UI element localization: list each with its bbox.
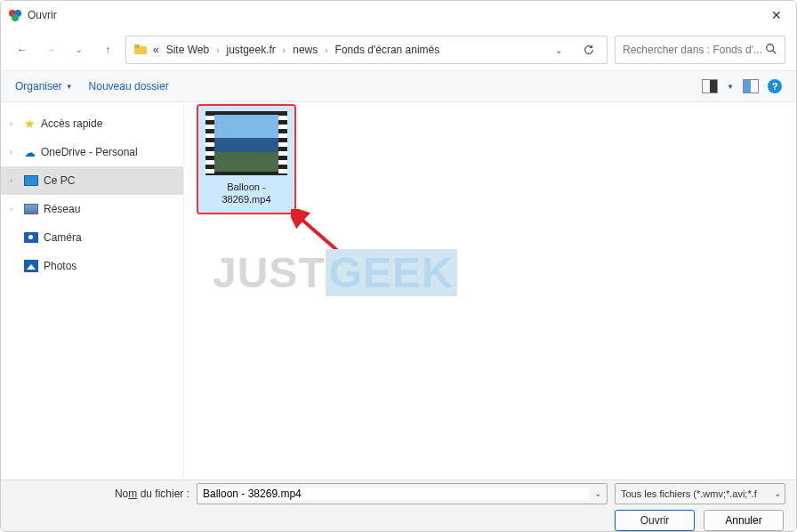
filename-dropdown[interactable]: ⌄ [589, 488, 607, 498]
nav-tree: › ★ Accès rapide › ☁ OneDrive - Personal… [1, 102, 184, 480]
dropdown-triangle-icon: ▼ [66, 83, 73, 91]
svg-line-7 [298, 216, 353, 264]
sidebar-item-label: Photos [44, 260, 76, 272]
sidebar-item-onedrive[interactable]: › ☁ OneDrive - Personal [1, 138, 183, 166]
breadcrumb-item[interactable]: news [291, 42, 319, 58]
navbar: ← → ⌄ ↑ « Site Web › justgeek.fr › news … [1, 29, 796, 70]
filter-label: Tous les fichiers (*.wmv;*.avi;*.f [621, 488, 757, 499]
breadcrumb-item[interactable]: Site Web [165, 42, 211, 58]
titlebar: Ouvrir ✕ [1, 1, 796, 29]
footer: Nom du fichier : ⌄ Tous les fichiers (*.… [1, 480, 796, 532]
file-type-filter[interactable]: Tous les fichiers (*.wmv;*.avi;*.f ⌄ [615, 483, 785, 504]
expand-icon[interactable]: › [10, 176, 19, 185]
search-input[interactable] [623, 44, 765, 56]
sidebar-item-label: OneDrive - Personal [41, 146, 138, 158]
nav-recent-dropdown[interactable]: ⌄ [68, 39, 90, 60]
svg-rect-4 [134, 44, 140, 48]
file-item-selected[interactable]: Balloon -38269.mp4 [197, 104, 296, 214]
sidebar-item-label: Réseau [44, 203, 80, 215]
svg-point-2 [12, 14, 19, 21]
address-dropdown[interactable]: ⌄ [548, 39, 569, 60]
filename-combo[interactable]: ⌄ [197, 483, 608, 504]
cloud-icon: ☁ [24, 146, 36, 159]
annotation-arrow-icon [291, 209, 362, 271]
sidebar-item-quick-access[interactable]: › ★ Accès rapide [1, 109, 183, 138]
cancel-button[interactable]: Annuler [704, 510, 784, 531]
nav-forward: → [40, 39, 61, 60]
close-button[interactable]: ✕ [764, 4, 789, 26]
breadcrumb-item[interactable]: Fonds d'écran animés [334, 42, 442, 58]
organise-menu[interactable]: Organiser ▼ [15, 80, 73, 93]
open-button[interactable]: Ouvrir [615, 510, 695, 531]
chevron-right-icon[interactable]: › [214, 45, 221, 55]
filename-input[interactable] [197, 488, 589, 500]
filter-dropdown-icon: ⌄ [774, 488, 781, 498]
sidebar-item-label: Ce PC [44, 174, 75, 187]
expand-icon[interactable]: › [10, 119, 19, 128]
folder-icon [133, 43, 148, 57]
chevron-right-icon[interactable]: › [323, 45, 329, 55]
star-icon: ★ [24, 117, 36, 131]
photos-icon [24, 260, 38, 272]
sidebar-item-label: Caméra [44, 231, 82, 244]
chevron-right-icon[interactable]: › [281, 45, 287, 55]
search-icon[interactable] [765, 43, 777, 58]
sidebar-item-this-pc[interactable]: › Ce PC [1, 166, 183, 195]
app-icon [8, 8, 22, 22]
pc-icon [24, 175, 38, 186]
content-area: › ★ Accès rapide › ☁ OneDrive - Personal… [1, 102, 796, 480]
sidebar-item-camera[interactable]: Caméra [1, 223, 183, 252]
search-box[interactable] [615, 36, 785, 64]
view-mode-button[interactable] [702, 79, 718, 93]
svg-point-5 [767, 44, 774, 51]
organise-label: Organiser [15, 80, 62, 93]
refresh-button[interactable] [578, 39, 600, 60]
command-bar: Organiser ▼ Nouveau dossier ▼ ? [1, 70, 796, 102]
sidebar-item-label: Accès rapide [41, 117, 102, 130]
file-list[interactable]: Balloon -38269.mp4 [184, 102, 796, 480]
preview-pane-toggle[interactable] [743, 79, 759, 93]
nav-up[interactable]: ↑ [97, 39, 118, 60]
window-title: Ouvrir [28, 9, 57, 21]
camera-icon [24, 232, 38, 243]
file-name-label: Balloon -38269.mp4 [203, 181, 290, 206]
sidebar-item-network[interactable]: › Réseau [1, 195, 183, 223]
filename-label: Nom du fichier : [12, 488, 189, 500]
breadcrumb-prefix: « [151, 42, 161, 58]
expand-icon[interactable]: › [10, 148, 19, 157]
address-bar[interactable]: « Site Web › justgeek.fr › news › Fonds … [125, 36, 608, 64]
help-button[interactable]: ? [768, 79, 782, 93]
expand-icon[interactable]: › [10, 205, 19, 214]
breadcrumb-item[interactable]: justgeek.fr [225, 42, 278, 58]
new-folder-button[interactable]: Nouveau dossier [89, 80, 169, 93]
network-icon [24, 204, 38, 214]
nav-back[interactable]: ← [12, 39, 33, 60]
video-thumbnail [205, 111, 287, 175]
svg-line-6 [773, 50, 777, 53]
sidebar-item-photos[interactable]: Photos [1, 252, 183, 280]
view-mode-dropdown[interactable]: ▼ [727, 83, 734, 91]
